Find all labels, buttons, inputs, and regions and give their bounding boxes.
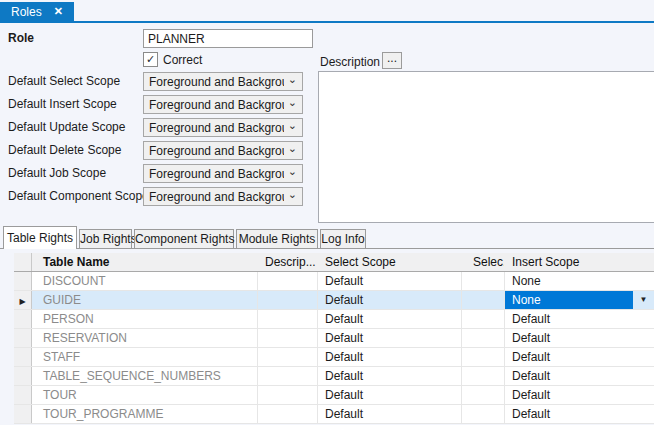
cell-insert-scope[interactable]: Default	[505, 348, 654, 366]
table-row[interactable]: TOUR Default Default	[14, 386, 654, 405]
cell-insert-scope[interactable]: None	[505, 272, 654, 290]
chevron-down-icon[interactable]: ⌄	[288, 165, 297, 178]
chevron-down-icon[interactable]: ⌄	[288, 142, 297, 155]
description-label: Description	[320, 54, 380, 71]
row-selector-cell[interactable]	[14, 329, 32, 347]
table-rights-grid: Table Name Descrip... Select Scope Selec…	[14, 253, 654, 425]
active-tab-underline	[0, 21, 654, 23]
table-row[interactable]: TABLE_SEQUENCE_NUMBERS Default Default	[14, 367, 654, 386]
row-selector-cell[interactable]	[14, 405, 32, 423]
cell-select-scope[interactable]: Default	[318, 329, 462, 347]
default-delete-scope-label: Default Delete Scope	[8, 141, 121, 160]
header-select-scope[interactable]: Select Scope	[318, 253, 462, 271]
cell-select-condition[interactable]	[462, 386, 505, 404]
row-selector-cell[interactable]	[14, 272, 32, 290]
cell-select-condition[interactable]	[462, 272, 505, 290]
cell-select-scope[interactable]: Default	[318, 291, 462, 309]
cell-select-scope[interactable]: Default	[318, 310, 462, 328]
row-selector-cell[interactable]	[14, 367, 32, 385]
chevron-down-icon[interactable]: ⌄	[288, 96, 297, 109]
default-select-scope-combobox[interactable]: Foreground and Background ⌄	[143, 72, 303, 91]
correct-checkbox-row: ✓ Correct	[143, 52, 202, 67]
tab-log-info[interactable]: Log Info	[320, 229, 366, 248]
table-row-selected[interactable]: ▶ GUIDE Default None ▼	[14, 291, 654, 310]
checkbox-checked-icon[interactable]: ✓	[143, 52, 158, 67]
header-select-condition[interactable]: Selec...	[462, 253, 505, 271]
correct-label: Correct	[163, 53, 202, 67]
cell-select-scope[interactable]: Default	[318, 405, 462, 423]
cell-select-condition[interactable]	[462, 367, 505, 385]
chevron-down-icon[interactable]: ⌄	[288, 73, 297, 86]
row-selector-cell[interactable]	[14, 348, 32, 366]
cell-insert-scope[interactable]: Default	[505, 405, 654, 423]
tab-job-rights[interactable]: Job Rights	[79, 229, 132, 248]
table-row[interactable]: PERSON Default Default	[14, 310, 654, 329]
cell-table-name[interactable]: STAFF	[32, 348, 258, 366]
default-job-scope-label: Default Job Scope	[8, 164, 106, 183]
close-icon[interactable]: ✕	[54, 5, 63, 18]
cell-insert-scope[interactable]: Default	[505, 367, 654, 385]
tab-roles[interactable]: Roles ✕	[0, 2, 74, 21]
current-row-marker-icon: ▶	[19, 297, 25, 306]
default-job-scope-combobox[interactable]: Foreground and Background ⌄	[143, 164, 303, 183]
description-textarea[interactable]	[318, 71, 654, 223]
cell-table-name[interactable]: RESERVATION	[32, 329, 258, 347]
header-table-name[interactable]: Table Name	[32, 253, 258, 271]
cell-description[interactable]	[258, 405, 318, 423]
default-component-scope-combobox[interactable]: Foreground and Background ⌄	[143, 187, 303, 206]
table-row[interactable]: TOUR_PROGRAMME Default Default	[14, 405, 654, 424]
table-row[interactable]: DISCOUNT Default None	[14, 272, 654, 291]
cell-table-name[interactable]: GUIDE	[32, 291, 258, 309]
chevron-down-icon[interactable]: ⌄	[288, 188, 297, 201]
cell-select-condition[interactable]	[462, 329, 505, 347]
grid-header-row: Table Name Descrip... Select Scope Selec…	[14, 253, 654, 272]
cell-table-name[interactable]: TOUR	[32, 386, 258, 404]
cell-table-name[interactable]: PERSON	[32, 310, 258, 328]
row-selector-cell[interactable]	[14, 386, 32, 404]
insert-scope-editor-value: None	[505, 291, 633, 309]
cell-select-scope[interactable]: Default	[318, 367, 462, 385]
cell-table-name[interactable]: TABLE_SEQUENCE_NUMBERS	[32, 367, 258, 385]
role-label: Role	[8, 29, 34, 48]
default-update-scope-label: Default Update Scope	[8, 118, 125, 137]
cell-select-condition[interactable]	[462, 348, 505, 366]
table-row[interactable]: RESERVATION Default Default	[14, 329, 654, 348]
cell-select-condition[interactable]	[462, 405, 505, 423]
header-row-selector	[14, 253, 32, 271]
cell-insert-scope[interactable]: Default	[505, 386, 654, 404]
dropdown-arrow-icon[interactable]: ▼	[640, 291, 648, 309]
tab-module-rights[interactable]: Module Rights	[236, 229, 318, 248]
cell-description[interactable]	[258, 329, 318, 347]
cell-select-scope[interactable]: Default	[318, 272, 462, 290]
default-delete-scope-combobox[interactable]: Foreground and Background ⌄	[143, 141, 303, 160]
cell-description[interactable]	[258, 367, 318, 385]
header-description[interactable]: Descrip...	[258, 253, 318, 271]
header-insert-scope[interactable]: Insert Scope	[505, 253, 654, 271]
cell-table-name[interactable]: TOUR_PROGRAMME	[32, 405, 258, 423]
table-row[interactable]: STAFF Default Default	[14, 348, 654, 367]
cell-select-scope[interactable]: Default	[318, 386, 462, 404]
cell-insert-scope[interactable]: Default	[505, 329, 654, 347]
cell-insert-scope[interactable]: Default	[505, 310, 654, 328]
cell-insert-scope-editor[interactable]: None ▼	[505, 291, 654, 309]
default-insert-scope-combobox[interactable]: Foreground and Background ⌄	[143, 95, 303, 114]
cell-description[interactable]	[258, 310, 318, 328]
cell-description[interactable]	[258, 272, 318, 290]
chevron-down-icon[interactable]: ⌄	[288, 119, 297, 132]
row-selector-cell[interactable]: ▶	[14, 291, 32, 309]
cell-description[interactable]	[258, 291, 318, 309]
tab-roles-label: Roles	[11, 5, 42, 19]
description-ellipsis-button[interactable]: ...	[382, 52, 402, 69]
default-update-scope-combobox[interactable]: Foreground and Background ⌄	[143, 118, 303, 137]
cell-description[interactable]	[258, 348, 318, 366]
role-input[interactable]	[143, 29, 313, 48]
row-selector-cell[interactable]	[14, 310, 32, 328]
tab-table-rights[interactable]: Table Rights	[3, 226, 77, 249]
cell-table-name[interactable]: DISCOUNT	[32, 272, 258, 290]
cell-select-scope[interactable]: Default	[318, 348, 462, 366]
cell-select-condition[interactable]	[462, 310, 505, 328]
cell-description[interactable]	[258, 386, 318, 404]
cell-select-condition[interactable]	[462, 291, 505, 309]
tab-component-rights[interactable]: Component Rights	[134, 229, 234, 248]
default-insert-scope-label: Default Insert Scope	[8, 95, 117, 114]
